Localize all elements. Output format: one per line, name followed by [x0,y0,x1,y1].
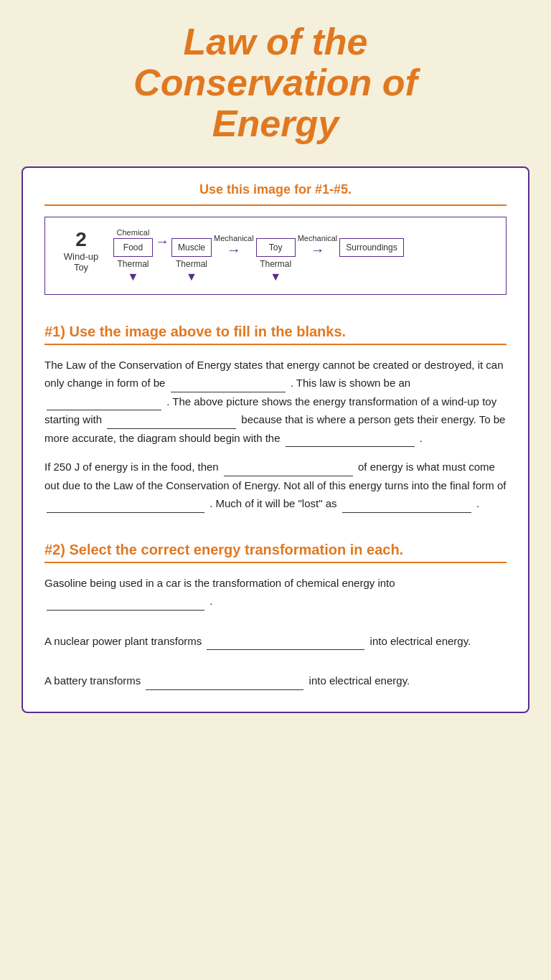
diagram-desc: Wind-upToy [56,251,106,273]
q2-divider [44,562,507,563]
divider-1 [44,204,507,206]
diagram-flow: Chemical Food Thermal ▼ → x Muscle Therm… [113,228,495,283]
blank-7[interactable] [342,512,471,513]
q1-paragraph2: If 250 J of energy is in the food, then … [44,458,507,513]
food-box: Food [113,238,153,257]
q2-item2: A nuclear power plant transforms into el… [44,632,507,651]
diagram-label: 2 Wind-upToy [56,228,113,273]
food-node: Chemical Food Thermal ▼ [113,228,153,283]
muscle-thermal-label: Thermal [176,259,207,269]
toy-down-arrow: ▼ [270,270,281,283]
blank-4[interactable] [286,446,415,447]
blank-10[interactable] [146,689,303,690]
q2-item1: Gasoline being used in a car is the tran… [44,574,507,611]
toy-thermal-label: Thermal [260,259,291,269]
blank-2[interactable] [47,410,161,410]
question2-heading: #2) Select the correct energy transforma… [44,542,507,558]
blank-3[interactable] [107,428,236,429]
header: Law of the Conservation of Energy [0,0,551,159]
arrow-3: Mechanical → [296,234,340,257]
question1-section: #1) Use the image above to fill in the b… [44,324,507,513]
toy-node: x Toy Thermal ▼ [256,228,296,283]
blank-5[interactable] [224,476,353,476]
arrow-2: Mechanical → [212,234,256,257]
surroundings-node: x Surroundings [339,228,403,257]
food-label-top: Chemical [117,228,150,237]
food-down-arrow: ▼ [128,270,139,283]
q1-divider [44,344,507,345]
blank-9[interactable] [207,649,364,650]
muscle-box: Muscle [171,238,212,257]
energy-diagram: 2 Wind-upToy Chemical Food Thermal ▼ → x [44,217,507,295]
blank-1[interactable] [171,392,286,392]
page-title: Law of the Conservation of Energy [57,22,494,145]
arrow-3-label: Mechanical [298,234,338,242]
arrow-2-label: Mechanical [214,234,254,242]
diagram-number: 2 [56,228,106,251]
blank-6[interactable] [47,512,204,513]
toy-box: Toy [256,238,296,257]
question2-section: #2) Select the correct energy transforma… [44,542,507,690]
arrow-1: → [153,234,171,248]
question1-heading: #1) Use the image above to fill in the b… [44,324,507,340]
muscle-node: x Muscle Thermal ▼ [171,228,212,283]
blank-8[interactable] [47,610,204,611]
surroundings-box: Surroundings [339,238,403,257]
q1-paragraph1: The Law of the Conservation of Energy st… [44,356,507,448]
diagram-instruction: Use this image for #1-#5. [44,182,507,197]
q2-item3: A battery transforms into electrical ene… [44,672,507,690]
muscle-down-arrow: ▼ [186,270,197,283]
food-thermal-label: Thermal [117,259,149,269]
content-box: Use this image for #1-#5. 2 Wind-upToy C… [22,166,529,713]
